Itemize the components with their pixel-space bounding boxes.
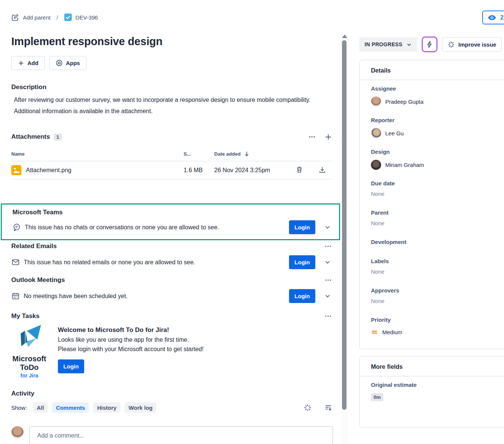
meetings-heading: Outlook Meetings — [11, 276, 65, 284]
tab-all[interactable]: All — [33, 402, 48, 413]
field-label: Labels — [371, 258, 498, 264]
description-line: After reviewing our customer survey, we … — [14, 94, 333, 106]
field-label: Parent — [371, 209, 498, 216]
status-dropdown[interactable]: IN PROGRESS — [359, 37, 417, 52]
column-header-size[interactable]: S... — [184, 149, 215, 161]
teams-message: This issue has no chats or conversations… — [25, 224, 285, 231]
tab-comments[interactable]: Comments — [52, 402, 89, 413]
page-title: Implement responsive design — [11, 35, 333, 48]
add-button-label: Add — [27, 60, 38, 66]
attachments-more-button[interactable] — [307, 132, 317, 142]
column-header-date[interactable]: Date added — [214, 149, 295, 161]
todo-logo-word2: ToDo — [11, 364, 47, 371]
field-labels[interactable]: Labels None — [371, 258, 498, 277]
field-label: Development — [371, 239, 498, 245]
scrollbar-thumb[interactable] — [342, 40, 347, 410]
field-value: Pradeep Gupta — [385, 98, 424, 105]
mytasks-heading: My Tasks — [11, 312, 39, 320]
tab-worklog[interactable]: Work log — [125, 402, 156, 413]
emails-heading: Related Emails — [11, 242, 57, 250]
description-line: Additional information is available in t… — [14, 106, 333, 117]
todo-login-button[interactable]: Login — [58, 359, 84, 373]
add-parent-link[interactable]: Add parent — [23, 14, 50, 21]
chevron-down-icon — [406, 42, 412, 47]
chevron-down-icon[interactable] — [324, 259, 331, 265]
todo-logo-word1: Microsoft — [11, 355, 47, 363]
todo-line: Please login with your Microsoft account… — [58, 346, 204, 353]
avatar — [371, 97, 381, 107]
field-reporter[interactable]: Reporter Lee Gu — [371, 117, 498, 139]
field-value: Lee Gu — [385, 130, 404, 136]
avatar — [371, 160, 381, 170]
field-due-date[interactable]: Due date None — [371, 180, 498, 200]
automation-lightning-button[interactable] — [422, 36, 437, 52]
more-fields-heading[interactable]: More fields — [360, 356, 504, 376]
current-user-avatar — [11, 426, 24, 439]
attachment-name: Attachement.png — [26, 167, 71, 174]
add-button[interactable]: Add — [11, 56, 45, 70]
field-assignee[interactable]: Assignee Pradeep Gupta — [371, 85, 498, 107]
meetings-more-button[interactable] — [323, 275, 333, 285]
delete-attachment-button[interactable] — [295, 165, 304, 174]
field-label: Assignee — [371, 85, 498, 92]
priority-medium-icon — [371, 329, 378, 336]
field-value: None — [371, 298, 498, 307]
field-parent[interactable]: Parent None — [371, 209, 498, 229]
original-estimate-label: Original estimate — [371, 382, 498, 388]
details-heading[interactable]: Details — [360, 60, 504, 80]
edit-icon — [11, 14, 19, 21]
more-fields-panel: More fields Original estimate 0m — [359, 356, 504, 427]
attachment-size: 1.6 MB — [184, 161, 215, 179]
plus-icon — [18, 60, 24, 67]
attachments-add-button[interactable] — [324, 132, 333, 142]
sparkle-burst-icon — [304, 404, 312, 412]
ellipsis-icon — [324, 242, 332, 250]
comment-input[interactable] — [29, 426, 333, 444]
attachments-count-badge: 1 — [54, 133, 62, 141]
microsoft-todo-logo: Microsoft ToDo for Jira — [11, 324, 47, 379]
emails-login-button[interactable]: Login — [289, 255, 315, 269]
original-estimate-value[interactable]: 0m — [371, 393, 383, 401]
date-added-label: Date added — [214, 151, 241, 157]
field-approvers[interactable]: Approvers None — [371, 287, 498, 307]
mytasks-more-button[interactable] — [323, 311, 333, 321]
emails-more-button[interactable] — [323, 241, 333, 251]
field-design[interactable]: Design Miriam Graham — [371, 149, 498, 170]
ellipsis-icon — [324, 312, 332, 320]
chevron-down-icon[interactable] — [324, 224, 331, 230]
calendar-icon — [11, 292, 20, 300]
sparkle-burst-icon — [448, 41, 455, 48]
teams-login-button[interactable]: Login — [289, 220, 315, 234]
scroll-up-arrow[interactable] — [342, 35, 347, 38]
field-development[interactable]: Development — [371, 239, 498, 245]
activity-sparkle-button[interactable] — [303, 403, 312, 412]
tab-history[interactable]: History — [93, 402, 120, 413]
issue-key-link[interactable]: DEV-396 — [76, 14, 98, 21]
todo-triangles-icon — [14, 324, 45, 353]
attachments-table: Name S... Date added — [11, 149, 333, 179]
field-label: Design — [371, 149, 498, 155]
description-body[interactable]: After reviewing our customer survey, we … — [11, 94, 333, 117]
todo-logo-sub: for Jira — [11, 373, 47, 379]
improve-issue-button[interactable]: Improve issue — [442, 37, 502, 52]
emails-message: This issue has no related emails or none… — [24, 259, 285, 266]
field-value: None — [371, 268, 498, 277]
field-label: Priority — [371, 317, 498, 323]
apps-button[interactable]: Apps — [49, 56, 86, 70]
improve-issue-label: Improve issue — [459, 41, 496, 48]
chat-bubble-icon — [12, 223, 21, 232]
vertical-scrollbar[interactable] — [341, 32, 348, 444]
attachment-date: 26 Nov 2024 3:25pm — [214, 161, 295, 179]
activity-sort-button[interactable] — [324, 403, 333, 412]
plus-icon — [324, 133, 332, 141]
ellipsis-icon — [308, 133, 316, 141]
column-header-name[interactable]: Name — [11, 149, 184, 161]
field-value: Miriam Graham — [385, 162, 424, 168]
issue-main-column: Add parent / DEV-396 Implement responsiv… — [11, 0, 333, 444]
chevron-down-icon[interactable] — [324, 293, 331, 299]
attachment-row[interactable]: Attachement.png 1.6 MB 26 Nov 2024 3:25p… — [11, 161, 333, 179]
download-attachment-button[interactable] — [318, 165, 327, 174]
meetings-login-button[interactable]: Login — [289, 289, 315, 303]
sort-desc-arrow-icon — [244, 151, 250, 157]
field-priority[interactable]: Priority Medium — [371, 317, 498, 337]
